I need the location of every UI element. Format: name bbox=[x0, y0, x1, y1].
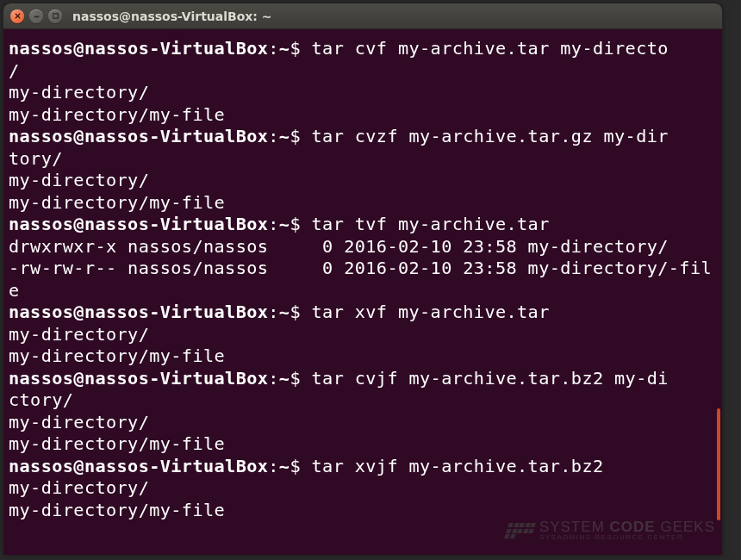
close-icon[interactable] bbox=[10, 9, 24, 23]
terminal-window: nassos@nassos-VirtualBox: ~ nassos@nasso… bbox=[3, 3, 722, 555]
titlebar[interactable]: nassos@nassos-VirtualBox: ~ bbox=[3, 3, 722, 29]
watermark-text: SYSTEM CODE GEEKS SYSADMINS RESOURCE CEN… bbox=[539, 520, 715, 541]
maximize-icon[interactable] bbox=[48, 9, 62, 23]
terminal-line: my-directory/my-file bbox=[9, 104, 719, 127]
terminal-line: nassos@nassos-VirtualBox:~$ tar cvf my-a… bbox=[9, 38, 719, 60]
terminal-output[interactable]: nassos@nassos-VirtualBox:~$ tar cvf my-a… bbox=[3, 29, 722, 525]
terminal-line: -rw-rw-r-- nassos/nassos 0 2016-02-10 23… bbox=[9, 258, 719, 302]
terminal-line: my-directory/my-file bbox=[9, 345, 719, 368]
watermark-line2: SYSADMINS RESOURCE CENTER bbox=[539, 534, 715, 541]
terminal-line: nassos@nassos-VirtualBox:~$ tar cvzf my-… bbox=[9, 126, 719, 148]
terminal-line: my-directory/ bbox=[9, 82, 719, 104]
window-title: nassos@nassos-VirtualBox: ~ bbox=[72, 9, 272, 23]
terminal-line: ctory/ bbox=[9, 389, 719, 412]
terminal-line: my-directory/ bbox=[9, 170, 719, 192]
terminal-line: my-directory/ bbox=[9, 324, 719, 346]
watermark: SYSTEM CODE GEEKS SYSADMINS RESOURCE CEN… bbox=[507, 520, 715, 541]
terminal-line: tory/ bbox=[9, 148, 719, 171]
scrollbar-thumb[interactable] bbox=[717, 408, 720, 520]
terminal-line: nassos@nassos-VirtualBox:~$ tar xvf my-a… bbox=[9, 302, 719, 324]
terminal-line: my-directory/my-file bbox=[9, 192, 719, 215]
svg-rect-0 bbox=[53, 14, 57, 18]
terminal-line: nassos@nassos-VirtualBox:~$ tar tvf my-a… bbox=[9, 214, 719, 236]
minimize-icon[interactable] bbox=[29, 9, 43, 23]
terminal-line: nassos@nassos-VirtualBox:~$ tar cvjf my-… bbox=[9, 368, 719, 390]
watermark-logo-icon bbox=[503, 521, 537, 540]
terminal-line: nassos@nassos-VirtualBox:~$ tar xvjf my-… bbox=[9, 456, 719, 478]
terminal-line: my-directory/ bbox=[9, 477, 719, 500]
terminal-line: drwxrwxr-x nassos/nassos 0 2016-02-10 23… bbox=[9, 236, 719, 258]
terminal-line: my-directory/my-file bbox=[9, 433, 719, 456]
window-controls bbox=[10, 9, 62, 23]
terminal-line: my-directory/ bbox=[9, 412, 719, 434]
terminal-line: / bbox=[9, 60, 719, 83]
